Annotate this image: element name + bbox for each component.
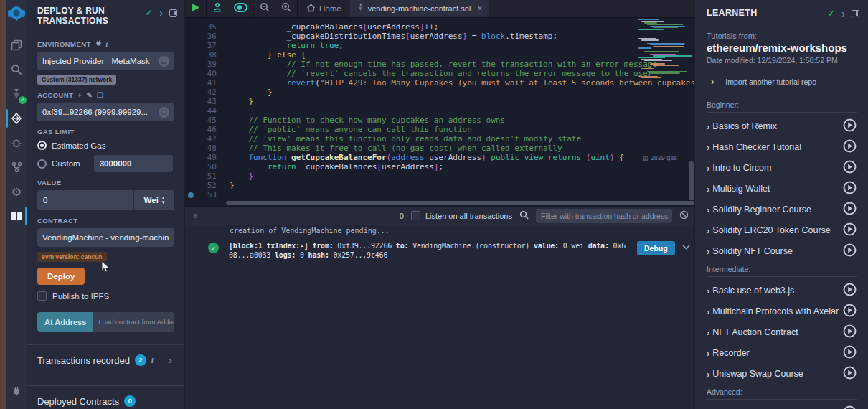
sidebar-item-solidity-compiler[interactable]: ✓ <box>6 82 27 106</box>
gutter[interactable]: 40 <box>185 69 222 78</box>
gutter[interactable]: 37 <box>185 41 222 50</box>
code-line[interactable]: 51 } <box>185 171 630 181</box>
sidebar-item-file-explorer[interactable] <box>6 33 27 57</box>
custom-gas-radio[interactable] <box>37 159 47 169</box>
play-tutorial-icon[interactable] <box>843 118 857 135</box>
tutorial-item[interactable]: ›Basics of Remix <box>707 119 857 133</box>
play-tutorial-icon[interactable] <box>843 222 857 239</box>
sidebar-item-plugin-manager[interactable] <box>6 379 27 403</box>
terminal-log[interactable]: creation of VendingMachine pending... ✓ … <box>185 225 694 409</box>
at-address-button[interactable]: At Address <box>37 312 93 332</box>
code-line[interactable]: 44 <box>185 106 630 116</box>
unit-stepper-icon[interactable]: ▴▾ <box>162 196 165 204</box>
gutter[interactable]: 35 <box>185 22 222 32</box>
close-tab-icon[interactable]: × <box>477 4 482 14</box>
code-line[interactable]: 40 // 'revert' cancels the transaction a… <box>185 69 630 78</box>
tab-home[interactable]: Home <box>298 4 350 14</box>
play-tutorial-icon[interactable] <box>843 405 857 409</box>
tutorial-item[interactable]: ›NFT Auction Contract <box>707 325 857 339</box>
contract-select[interactable]: VendingMachine - vending-machin <box>37 228 174 247</box>
play-tutorial-icon[interactable] <box>843 304 857 320</box>
environment-info-icon[interactable]: i <box>106 40 108 48</box>
play-tutorial-icon[interactable] <box>843 324 857 341</box>
code-line[interactable]: 42 } <box>185 88 630 97</box>
custom-gas-input[interactable]: 3000000 <box>94 155 173 172</box>
deployed-contracts-section[interactable]: Deployed Contracts 0 <box>27 385 184 409</box>
play-tutorial-icon[interactable] <box>843 283 857 299</box>
gutter[interactable]: 46 <box>185 125 222 134</box>
tutorial-item[interactable]: ›Solidity ERC20 Token Course <box>707 223 857 238</box>
code-line[interactable]: 35 _cupcakeBalances[userAddress]++; <box>185 22 630 32</box>
environment-plug-icon[interactable] <box>95 39 102 48</box>
code-editor[interactable]: 35 _cupcakeBalances[userAddress]++;36 _c… <box>185 18 694 200</box>
gutter[interactable]: 43 <box>185 97 222 106</box>
breakpoint-dot[interactable] <box>188 192 194 198</box>
learneth-check-icon[interactable]: ✓ <box>827 8 835 19</box>
vertical-scrollbar[interactable] <box>689 161 694 200</box>
code-line[interactable]: 39 // If not enough time has passed, rev… <box>185 60 630 69</box>
gutter[interactable]: 36 <box>185 32 222 41</box>
code-line[interactable]: 38 } else { <box>185 50 630 60</box>
learneth-expand-chevron-icon[interactable]: › <box>841 10 845 17</box>
code-line[interactable]: 41 revert("HTTP 429: Too Many Cupcakes (… <box>185 78 630 88</box>
estimated-gas-radio[interactable] <box>37 141 47 150</box>
publish-ipfs-checkbox[interactable] <box>37 291 47 301</box>
remix-logo-icon[interactable] <box>7 4 26 23</box>
play-tutorial-icon[interactable] <box>843 160 857 177</box>
debug-button[interactable]: Debug <box>637 241 675 255</box>
gutter[interactable]: 44 <box>185 106 222 116</box>
gutter[interactable]: 47 <box>185 134 222 144</box>
code-line[interactable]: 45 // Function to check how many cupcake… <box>185 116 630 125</box>
account-copy-circle-icon[interactable]: ❏ <box>159 107 169 118</box>
zoom-out-button[interactable] <box>254 0 275 17</box>
zoom-in-button[interactable] <box>275 0 297 17</box>
tutorial-item[interactable]: ›Multichain Protocols with Axelar <box>707 304 857 319</box>
code-area[interactable]: 35 _cupcakeBalances[userAddress]++;36 _c… <box>185 22 630 199</box>
play-tutorial-icon[interactable] <box>843 366 857 382</box>
account-add-icon[interactable]: + <box>77 91 82 99</box>
deploy-button[interactable]: Deploy <box>37 268 85 285</box>
sidebar-item-search[interactable] <box>6 57 27 82</box>
code-line[interactable]: 49 function getCupcakeBalanceFor(address… <box>185 153 630 162</box>
learneth-pin-icon[interactable] <box>852 10 859 17</box>
gutter[interactable]: 38 <box>185 50 222 60</box>
sidebar-item-deploy-and-run[interactable] <box>6 106 27 131</box>
import-repo-toggle[interactable]: › Import another tutorial repo <box>707 76 857 87</box>
tutorial-item[interactable]: ›Solidity Beginner Course <box>707 202 857 217</box>
gutter[interactable]: 45 <box>185 116 222 125</box>
environment-copy-icon[interactable]: ❏ <box>159 56 169 67</box>
tutorial-item[interactable]: ›Basic use of web3.js <box>707 283 857 298</box>
account-select[interactable]: 0xf39...92266 (9999.99929... ❏ <box>37 103 174 121</box>
sidebar-item-learneth[interactable] <box>6 204 27 228</box>
tutorial-item[interactable]: ›Uniswap Swap Course <box>707 367 857 381</box>
gutter[interactable]: 51 <box>185 171 222 181</box>
account-copy-icon[interactable]: ❏ <box>97 91 103 99</box>
transactions-info-icon[interactable]: i <box>151 356 154 365</box>
gutter[interactable]: 53 <box>185 190 222 199</box>
tutorial-item[interactable]: ›Multisig Wallet <box>707 182 857 196</box>
code-line[interactable]: 46 // 'public' means anyone can call thi… <box>185 125 630 134</box>
tutorial-item[interactable]: ›Hash Checker Tutorial <box>707 140 857 154</box>
sidebar-item-source-control[interactable] <box>6 155 27 179</box>
tutorial-item[interactable]: ›All about Proxy Contracts <box>707 406 857 409</box>
play-tutorial-icon[interactable] <box>843 243 857 260</box>
gutter[interactable]: 48 <box>185 144 222 153</box>
code-line[interactable]: 48 // This makes it free to call (no gas… <box>185 144 630 153</box>
code-line[interactable]: 53 <box>185 190 630 199</box>
terminal-clear-icon[interactable] <box>679 210 689 222</box>
sidebar-item-debugger[interactable] <box>6 131 27 155</box>
code-line[interactable]: 37 return true; <box>185 41 630 50</box>
play-tutorial-icon[interactable] <box>843 202 857 218</box>
horizontal-scrollbar-thumb[interactable] <box>226 201 694 205</box>
gutter[interactable]: 50 <box>185 162 222 171</box>
editor-toggle-button[interactable] <box>228 0 253 17</box>
environment-select[interactable]: Injected Provider - MetaMask ❏ <box>37 52 174 70</box>
sidebar-item-settings[interactable]: ⚙ <box>6 179 27 204</box>
code-line[interactable]: 36 _cupcakeDistributionTimes[userAddress… <box>185 32 630 41</box>
publish-agent-button[interactable] <box>207 0 228 17</box>
panel-check-icon[interactable]: ✓ <box>145 7 153 18</box>
gutter[interactable]: 49 <box>185 153 222 162</box>
play-tutorial-icon[interactable] <box>843 345 857 362</box>
panel-pin-icon[interactable] <box>169 9 177 17</box>
code-line[interactable]: 52} <box>185 181 630 190</box>
